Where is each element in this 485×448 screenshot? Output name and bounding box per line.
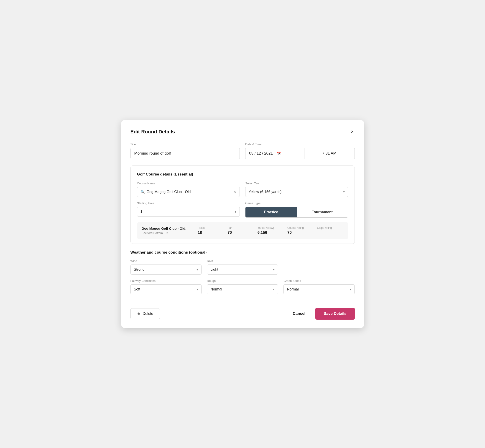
footer-right: Cancel Save Details bbox=[288, 308, 355, 320]
chevron-down-icon: ▾ bbox=[273, 268, 275, 271]
chevron-down-icon: ▾ bbox=[343, 190, 345, 194]
date-input[interactable]: 05 / 12 / 2021 📅 bbox=[245, 148, 304, 159]
wind-value: Strong bbox=[134, 267, 145, 272]
tournament-button[interactable]: Tournament bbox=[297, 207, 348, 217]
datetime-label: Date & Time bbox=[245, 143, 355, 146]
course-info-location: Shelford Bottom, UK bbox=[142, 231, 194, 235]
course-section: Golf Course details (Essential) Course N… bbox=[130, 166, 355, 244]
chevron-down-icon: ▾ bbox=[196, 268, 198, 271]
rough-label: Rough bbox=[207, 279, 278, 282]
starting-hole-label: Starting Hole bbox=[137, 201, 240, 205]
wind-rain-row: Wind Strong ▾ Rain Light ▾ bbox=[130, 259, 355, 274]
select-tee-group: Select Tee Yellow (6,156 yards) ▾ bbox=[245, 182, 348, 197]
rain-col: Rain Light ▾ bbox=[207, 259, 278, 274]
date-value: 05 / 12 / 2021 bbox=[249, 151, 273, 156]
calendar-icon: 📅 bbox=[276, 151, 281, 156]
course-name-input[interactable]: 🔍 ✕ bbox=[137, 187, 240, 197]
wind-col: Wind Strong ▾ bbox=[130, 259, 202, 274]
slope-rating-value: - bbox=[317, 230, 343, 235]
time-input[interactable]: 7:31 AM bbox=[304, 148, 355, 159]
edit-round-modal: Edit Round Details × Title Date & Time 0… bbox=[121, 120, 364, 328]
delete-label: Delete bbox=[143, 312, 153, 316]
stat-yards: Yards(Yellow) 6,156 bbox=[254, 226, 284, 235]
stat-course-rating: Course rating 70 bbox=[284, 226, 314, 235]
wind-label: Wind bbox=[130, 259, 202, 263]
starting-hole-dropdown[interactable]: 1 ▾ bbox=[137, 207, 240, 217]
par-value: 70 bbox=[227, 230, 254, 235]
top-row: Title Date & Time 05 / 12 / 2021 📅 7:31 … bbox=[130, 143, 355, 159]
green-speed-dropdown[interactable]: Normal ▾ bbox=[283, 284, 355, 294]
datetime-field-group: Date & Time 05 / 12 / 2021 📅 7:31 AM bbox=[245, 143, 355, 159]
course-rating-label: Course rating bbox=[287, 226, 314, 230]
rain-value: Light bbox=[210, 267, 218, 272]
green-speed-label: Green Speed bbox=[283, 279, 355, 282]
select-tee-value: Yellow (6,156 yards) bbox=[249, 190, 282, 194]
green-speed-col: Green Speed Normal ▾ bbox=[283, 279, 355, 294]
chevron-down-icon: ▾ bbox=[273, 288, 275, 291]
time-value: 7:31 AM bbox=[322, 151, 336, 156]
fairway-rough-green-row: Fairway Conditions Soft ▾ Rough Normal ▾… bbox=[130, 279, 355, 294]
fairway-label: Fairway Conditions bbox=[130, 279, 202, 282]
rough-value: Normal bbox=[210, 287, 222, 291]
clear-icon[interactable]: ✕ bbox=[233, 190, 236, 194]
game-type-toggle: Practice Tournament bbox=[245, 207, 348, 218]
holes-value: 18 bbox=[198, 230, 224, 235]
holes-label: Holes bbox=[198, 226, 224, 230]
title-field-group: Title bbox=[130, 143, 240, 159]
course-info-box: Gog Magog Golf Club - Old, Shelford Bott… bbox=[137, 222, 348, 239]
rain-label: Rain bbox=[207, 259, 278, 263]
fairway-col: Fairway Conditions Soft ▾ bbox=[130, 279, 202, 294]
game-type-group: Game Type Practice Tournament bbox=[245, 201, 348, 218]
yards-value: 6,156 bbox=[258, 230, 284, 235]
weather-section-title: Weather and course conditions (optional) bbox=[130, 250, 355, 255]
course-info-name-bold: Gog Magog Golf Club - Old, bbox=[142, 226, 194, 230]
chevron-down-icon: ▾ bbox=[235, 210, 236, 214]
stat-par: Par 70 bbox=[224, 226, 254, 235]
wind-dropdown[interactable]: Strong ▾ bbox=[130, 264, 202, 274]
search-icon: 🔍 bbox=[140, 190, 145, 194]
course-rating-value: 70 bbox=[287, 230, 314, 235]
fairway-value: Soft bbox=[134, 287, 140, 291]
footer-divider bbox=[130, 301, 355, 301]
select-tee-label: Select Tee bbox=[245, 182, 348, 185]
fairway-dropdown[interactable]: Soft ▾ bbox=[130, 284, 202, 294]
chevron-down-icon: ▾ bbox=[196, 288, 198, 291]
weather-section: Weather and course conditions (optional)… bbox=[130, 250, 355, 294]
trash-icon: 🗑 bbox=[137, 312, 140, 316]
modal-header: Edit Round Details × bbox=[130, 128, 355, 135]
course-info-name: Gog Magog Golf Club - Old, Shelford Bott… bbox=[142, 226, 194, 235]
datetime-inputs: 05 / 12 / 2021 📅 7:31 AM bbox=[245, 148, 355, 159]
footer-row: 🗑 Delete Cancel Save Details bbox=[130, 305, 355, 320]
stat-holes: Holes 18 bbox=[194, 226, 224, 235]
game-type-label: Game Type bbox=[245, 201, 348, 205]
save-button[interactable]: Save Details bbox=[315, 308, 355, 320]
course-name-field[interactable] bbox=[147, 190, 232, 194]
title-input[interactable] bbox=[130, 148, 240, 159]
course-name-label: Course Name bbox=[137, 182, 240, 185]
hole-gametype-row: Starting Hole 1 ▾ Game Type Practice Tou… bbox=[137, 201, 348, 218]
stat-slope-rating: Slope rating - bbox=[314, 226, 343, 235]
course-tee-row: Course Name 🔍 ✕ Select Tee Yellow (6,156… bbox=[137, 182, 348, 197]
title-label: Title bbox=[130, 143, 240, 146]
delete-button[interactable]: 🗑 Delete bbox=[130, 308, 160, 319]
yards-label: Yards(Yellow) bbox=[258, 226, 284, 230]
starting-hole-group: Starting Hole 1 ▾ bbox=[137, 201, 240, 218]
chevron-down-icon: ▾ bbox=[349, 288, 351, 291]
cancel-button[interactable]: Cancel bbox=[288, 308, 310, 319]
select-tee-dropdown[interactable]: Yellow (6,156 yards) ▾ bbox=[245, 187, 348, 197]
course-name-group: Course Name 🔍 ✕ bbox=[137, 182, 240, 197]
rough-dropdown[interactable]: Normal ▾ bbox=[207, 284, 278, 294]
course-section-title: Golf Course details (Essential) bbox=[137, 172, 348, 177]
green-speed-value: Normal bbox=[287, 287, 299, 291]
par-label: Par bbox=[227, 226, 254, 230]
starting-hole-value: 1 bbox=[140, 210, 143, 214]
rough-col: Rough Normal ▾ bbox=[207, 279, 278, 294]
modal-title: Edit Round Details bbox=[130, 129, 175, 135]
slope-rating-label: Slope rating bbox=[317, 226, 343, 230]
close-button[interactable]: × bbox=[350, 128, 355, 135]
rain-dropdown[interactable]: Light ▾ bbox=[207, 264, 278, 274]
practice-button[interactable]: Practice bbox=[245, 207, 297, 217]
